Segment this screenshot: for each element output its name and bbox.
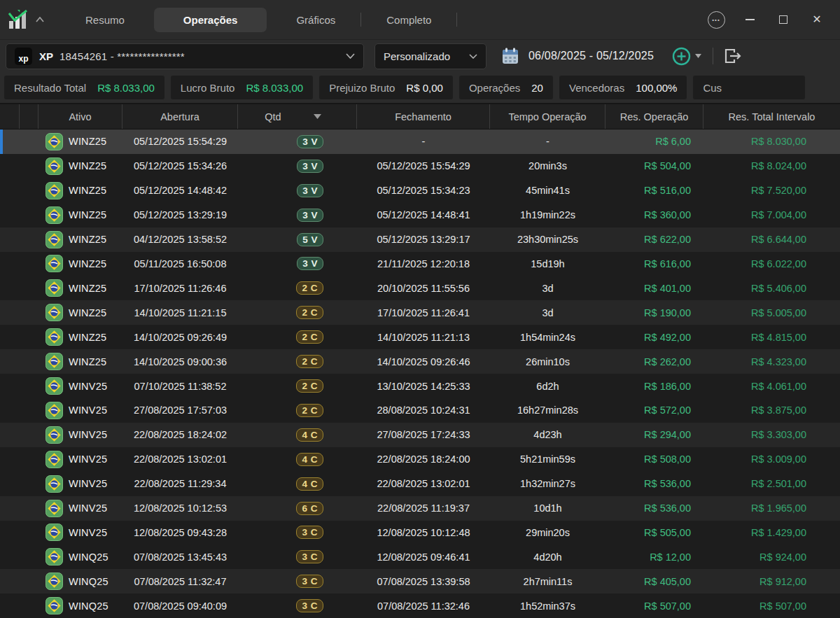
- table-row[interactable]: WINV25 12/08/2025 09:43:28 3 C 12/08/202…: [0, 521, 840, 545]
- cell-tempo-operacao: 45min41s: [490, 185, 606, 196]
- sort-indicator[interactable]: [308, 104, 357, 129]
- table-row[interactable]: WINZ25 04/12/2025 13:58:52 5 V 05/12/202…: [0, 227, 840, 252]
- cell-tempo-operacao: 20min3s: [490, 160, 606, 171]
- cell-qtd: 4 C: [238, 477, 357, 491]
- table-row[interactable]: WINQ25 07/08/2025 13:45:43 3 C 12/08/202…: [0, 545, 840, 569]
- cell-res-total-intervalo: R$ 507,00: [704, 601, 840, 612]
- column-header-res-operacao[interactable]: Res. Operação: [606, 104, 704, 129]
- cell-ativo: WINQ25: [38, 597, 122, 615]
- table-row[interactable]: WINZ25 05/12/2025 15:54:29 3 V - - R$ 6,…: [0, 129, 840, 154]
- quantity-badge: 4 C: [296, 453, 323, 466]
- cell-tempo-operacao: 5h21min59s: [490, 454, 606, 465]
- stat-chip: Resultado TotalR$ 8.033,00: [4, 76, 164, 99]
- cell-ativo: WINZ25: [38, 182, 122, 199]
- calendar-button[interactable]: [501, 47, 519, 65]
- cell-fechamento: 28/08/2025 10:24:31: [357, 405, 490, 416]
- quantity-badge: 3 V: [297, 184, 323, 197]
- table-row[interactable]: WINZ25 14/10/2025 09:26:49 2 C 14/10/202…: [0, 325, 840, 349]
- asset-symbol: WINV25: [69, 381, 107, 392]
- cell-ativo: WINZ25: [38, 304, 122, 321]
- stat-chip: Lucro BrutoR$ 8.033,00: [171, 76, 313, 99]
- table-row[interactable]: WINZ25 05/12/2025 14:48:42 3 V 05/12/202…: [0, 178, 840, 203]
- cell-tempo-operacao: 26min10s: [490, 356, 606, 367]
- table-row[interactable]: WINV25 27/08/2025 17:57:03 2 C 28/08/202…: [0, 398, 840, 423]
- cell-fechamento: 07/08/2025 13:39:58: [357, 576, 490, 587]
- cell-tempo-operacao: 4d20h: [490, 552, 606, 563]
- period-selector[interactable]: Personalizado: [374, 43, 486, 69]
- cell-fechamento: 12/08/2025 09:46:41: [357, 552, 490, 563]
- quantity-badge: 6 C: [296, 502, 323, 515]
- column-header-tempo-operacao[interactable]: Tempo Operação: [490, 104, 606, 129]
- tab-operacoes[interactable]: Operações: [154, 8, 267, 32]
- table-row[interactable]: WINZ25 05/12/2025 15:34:26 3 V 05/12/202…: [0, 154, 840, 178]
- brazil-flag-icon: [46, 573, 63, 590]
- maximize-button[interactable]: [774, 10, 792, 29]
- minimize-button[interactable]: [741, 10, 759, 29]
- stat-label: Cus: [703, 82, 722, 94]
- cell-res-total-intervalo: R$ 3.009,00: [704, 454, 840, 465]
- asset-symbol: WINZ25: [69, 185, 106, 196]
- cell-qtd: 3 C: [238, 550, 357, 563]
- column-header-abertura[interactable]: Abertura: [122, 104, 238, 129]
- asset-symbol: WINZ25: [69, 160, 106, 171]
- cell-res-operacao: R$ 536,00: [606, 503, 704, 514]
- column-header-fechamento[interactable]: Fechamento: [357, 104, 490, 129]
- close-button[interactable]: ✕: [808, 10, 826, 29]
- cell-fechamento: 07/08/2025 11:32:46: [357, 601, 490, 612]
- cell-qtd: 2 C: [238, 379, 357, 393]
- cell-qtd: 3 C: [238, 599, 357, 612]
- table-row[interactable]: WINZ25 05/12/2025 13:29:19 3 V 05/12/202…: [0, 203, 840, 227]
- broker-logo-icon: xp: [15, 48, 32, 65]
- table-row[interactable]: WINZ25 14/10/2025 11:21:15 2 C 17/10/202…: [0, 300, 840, 325]
- cell-fechamento: 27/08/2025 17:24:33: [357, 429, 490, 440]
- cell-tempo-operacao: 4d23h: [490, 429, 606, 440]
- collapse-chevron-up-icon[interactable]: [36, 17, 44, 22]
- table-row[interactable]: WINZ25 17/10/2025 11:26:46 2 C 20/10/202…: [0, 276, 840, 300]
- quantity-badge: 5 V: [297, 233, 323, 246]
- tab-completo[interactable]: Completo: [365, 8, 452, 32]
- cell-qtd: 3 V: [238, 135, 357, 148]
- asset-symbol: WINV25: [69, 405, 107, 416]
- account-selector[interactable]: xp XP 18454261 - ****************: [6, 43, 364, 69]
- cell-abertura: 17/10/2025 11:26:46: [122, 283, 238, 294]
- asset-symbol: WINV25: [69, 454, 107, 465]
- tab-resumo[interactable]: Resumo: [64, 8, 146, 32]
- quantity-badge: 2 C: [296, 281, 323, 295]
- table-row[interactable]: WINZ25 05/11/2025 16:50:08 3 V 21/11/202…: [0, 252, 840, 276]
- titlebar: ResumoOperaçõesGráficosCompleto ••• ✕: [0, 0, 840, 40]
- tab-graficos[interactable]: Gráficos: [275, 8, 356, 32]
- cell-fechamento: 22/08/2025 13:02:01: [357, 478, 490, 489]
- cell-fechamento: 20/10/2025 11:55:56: [357, 283, 490, 294]
- cell-ativo: WINV25: [38, 402, 122, 419]
- table-row[interactable]: WINV25 12/08/2025 10:12:53 6 C 22/08/202…: [0, 496, 840, 521]
- brazil-flag-icon: [46, 279, 63, 297]
- selection-indicator: [0, 129, 3, 154]
- column-header-ativo[interactable]: Ativo: [38, 104, 122, 129]
- column-header-res-total-intervalo[interactable]: Res. Total Intervalo: [704, 104, 840, 129]
- brazil-flag-icon: [46, 133, 63, 150]
- cell-qtd: 3 V: [238, 160, 357, 173]
- table-row[interactable]: WINV25 22/08/2025 18:24:02 4 C 27/08/202…: [0, 423, 840, 447]
- cell-res-total-intervalo: R$ 1.965,00: [704, 503, 840, 514]
- table-row[interactable]: WINV25 22/08/2025 11:29:34 4 C 22/08/202…: [0, 472, 840, 496]
- cell-res-operacao: R$ 536,00: [606, 478, 704, 489]
- table-row[interactable]: WINQ25 07/08/2025 11:32:47 3 C 07/08/202…: [0, 569, 840, 594]
- caret-down-icon: [695, 54, 701, 58]
- cell-fechamento: 14/10/2025 09:26:46: [357, 356, 490, 367]
- table-row[interactable]: WINQ25 07/08/2025 09:40:09 3 C 07/08/202…: [0, 594, 840, 618]
- table-row[interactable]: WINV25 22/08/2025 13:02:01 4 C 22/08/202…: [0, 447, 840, 472]
- export-button[interactable]: [724, 48, 742, 64]
- column-header-qtd[interactable]: Qtd: [238, 104, 308, 129]
- cell-qtd: 3 V: [238, 184, 357, 197]
- cell-ativo: WINZ25: [38, 279, 122, 297]
- cell-res-operacao: R$ 262,00: [606, 356, 704, 367]
- quantity-badge: 3 V: [297, 257, 323, 270]
- cell-fechamento: 05/12/2025 14:48:41: [357, 209, 490, 220]
- brazil-flag-icon: [46, 231, 63, 248]
- table-row[interactable]: WINV25 07/10/2025 11:38:52 2 C 13/10/202…: [0, 374, 840, 398]
- add-period-button[interactable]: [672, 47, 701, 66]
- table-row[interactable]: WINZ25 14/10/2025 09:00:36 2 C 14/10/202…: [0, 349, 840, 374]
- cell-ativo: WINZ25: [38, 328, 122, 346]
- date-range-text[interactable]: 06/08/2025 - 05/12/2025: [528, 50, 654, 62]
- more-options-button[interactable]: •••: [707, 10, 725, 29]
